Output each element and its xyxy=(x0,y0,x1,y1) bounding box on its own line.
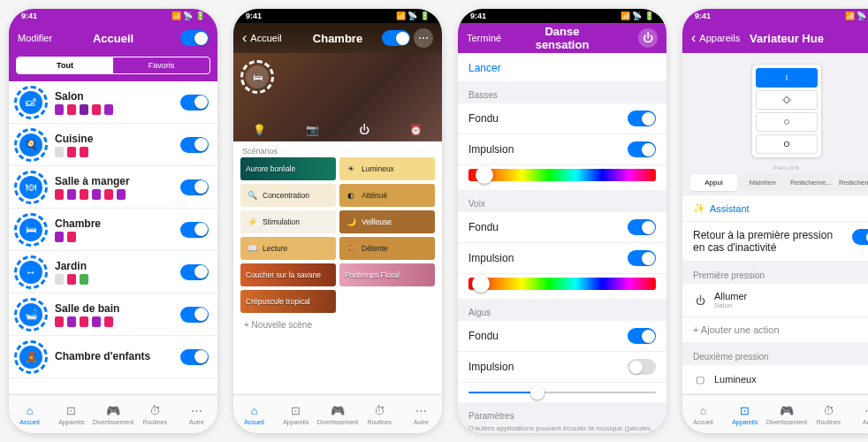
remote-off-button[interactable]: O xyxy=(756,134,818,154)
more-button[interactable]: ⋯ xyxy=(414,28,433,48)
fondu-toggle[interactable] xyxy=(628,110,656,126)
scene-tile[interactable]: ◐Atténué xyxy=(339,184,435,207)
remote-on-button[interactable]: I xyxy=(756,68,818,88)
impulsion-toggle[interactable] xyxy=(628,141,656,157)
page-title: Chambre xyxy=(295,32,380,45)
room-icon: 🛏 xyxy=(14,213,48,247)
tab-divertissement[interactable]: 🎮Divertissement xyxy=(316,395,358,433)
tab-routines[interactable]: ⏱Routines xyxy=(359,395,400,433)
back-button[interactable]: ‹Appareils xyxy=(691,30,744,46)
tab-appareils[interactable]: ⊡Appareils xyxy=(724,395,765,433)
moon-icon: 🌙 xyxy=(345,216,357,228)
inactivity-toggle[interactable] xyxy=(852,229,868,245)
room-toggle[interactable] xyxy=(180,179,209,195)
power-icon[interactable]: ⏻ xyxy=(359,124,369,136)
tab-relachement-1[interactable]: Relâcheme... xyxy=(788,174,834,191)
status-icons: 📶 📡 🔋 xyxy=(621,11,654,20)
room-toggle[interactable] xyxy=(180,307,209,323)
impulsion-toggle[interactable] xyxy=(628,250,656,266)
launch-button[interactable]: Lancer xyxy=(458,53,666,81)
home-icon: ⌂ xyxy=(697,403,711,417)
room-hero-image: 🛏 💡 📷 ⏻ ⏰ xyxy=(233,53,442,141)
home-icon: ⌂ xyxy=(247,403,262,417)
room-row[interactable]: 🍽 Salle à manger xyxy=(9,166,217,209)
tab-accueil[interactable]: ⌂Accueil xyxy=(682,395,724,433)
tab-appareils[interactable]: ⊡Appareils xyxy=(50,395,92,433)
remote-brighter-button[interactable] xyxy=(756,90,818,110)
room-toggle[interactable] xyxy=(180,264,209,280)
room-row[interactable]: 🧸 Chambre d'enfants xyxy=(9,336,217,378)
tab-appui[interactable]: Appui xyxy=(690,174,737,191)
tab-autre[interactable]: ⋯Autre xyxy=(400,395,442,433)
tab-divertissement[interactable]: 🎮Divertissement xyxy=(765,395,807,433)
new-scene-button[interactable]: + Nouvelle scène xyxy=(233,313,442,337)
power-button[interactable]: ⏻ xyxy=(638,28,658,48)
room-row[interactable]: 🛁 Salle de bain xyxy=(9,293,217,336)
color-slider[interactable] xyxy=(468,169,656,181)
power-icon: ⏻ xyxy=(693,293,707,308)
room-toggle[interactable] xyxy=(180,349,209,365)
scene-tile[interactable]: 🌙Veilleuse xyxy=(339,210,435,233)
room-icon: 🛋 xyxy=(14,86,48,119)
tab-autre[interactable]: ⋯Autre xyxy=(176,395,217,433)
tab-routines[interactable]: ⏱Routines xyxy=(808,395,849,433)
tab-maintien[interactable]: Maintien xyxy=(739,174,786,191)
segment-favorites[interactable]: Favoris xyxy=(113,57,209,73)
search-icon: 🔍 xyxy=(246,189,258,202)
fondu-toggle[interactable] xyxy=(628,328,656,344)
tab-relachement-2[interactable]: Relâcheme... xyxy=(836,174,868,191)
room-row[interactable]: 🍳 Cuisine xyxy=(9,124,217,166)
room-row[interactable]: 🛏 Chambre xyxy=(9,209,217,251)
bulb-icon[interactable]: 💡 xyxy=(253,124,266,136)
tab-autre[interactable]: ⋯Autre xyxy=(849,395,868,433)
master-toggle[interactable] xyxy=(180,30,209,46)
scene-tile[interactable]: 🪑Détente xyxy=(339,237,435,260)
segment-all[interactable]: Tout xyxy=(17,57,113,73)
value-slider[interactable] xyxy=(468,392,656,393)
tab-bar: ⌂Accueil ⊡Appareils 🎮Divertissement ⏱Rou… xyxy=(9,394,217,433)
modify-button[interactable]: Modifier xyxy=(18,33,52,43)
room-toggle[interactable] xyxy=(180,137,209,153)
impulsion-toggle[interactable] xyxy=(628,359,656,375)
section-first-press: Première pression xyxy=(682,262,868,284)
tab-bar: ⌂Accueil ⊡Appareils 🎮Divertissement ⏱Rou… xyxy=(233,394,442,433)
tab-accueil[interactable]: ⌂Accueil xyxy=(233,395,275,433)
toggle-row: Fondu xyxy=(458,212,666,243)
tab-accueil[interactable]: ⌂Accueil xyxy=(9,395,50,433)
room-row[interactable]: ↔ Jardin xyxy=(9,251,217,293)
add-action-button[interactable]: + Ajouter une action xyxy=(682,317,868,343)
scene-tile[interactable]: ⚡Stimulation xyxy=(240,210,336,233)
tab-routines[interactable]: ⏱Routines xyxy=(134,395,176,433)
camera-icon[interactable]: 📷 xyxy=(306,124,319,136)
press-mode-tabs: Appui Maintien Relâcheme... Relâcheme... xyxy=(689,174,868,191)
tab-divertissement[interactable]: 🎮Divertissement xyxy=(92,395,133,433)
room-toggle[interactable] xyxy=(180,222,209,238)
scene-tile[interactable]: Coucher sur la savane xyxy=(240,263,336,286)
action-row[interactable]: ▢ Lumineux › xyxy=(682,365,868,394)
action-row[interactable]: ⏻ AllumerSalon › xyxy=(682,284,868,317)
tab-appareils[interactable]: ⊡Appareils xyxy=(275,395,316,433)
color-slider[interactable] xyxy=(468,278,656,290)
room-name: Chambre d'enfants xyxy=(55,350,173,362)
done-button[interactable]: Terminé xyxy=(467,33,501,43)
section-aigus: Aigus xyxy=(458,299,666,321)
fondu-toggle[interactable] xyxy=(628,219,656,235)
scene-tile[interactable]: ☀Lumineux xyxy=(339,157,435,180)
room-toggle[interactable] xyxy=(180,95,209,110)
back-button[interactable]: ‹Accueil xyxy=(242,30,295,46)
scene-tile[interactable]: Crépuscule tropical xyxy=(240,290,336,313)
devices-icon: ⊡ xyxy=(738,403,752,417)
scenarios-label: Scénarios xyxy=(233,141,442,157)
header: Modifier Accueil xyxy=(9,23,217,53)
remote-dimmer-button[interactable] xyxy=(756,112,818,132)
routines-icon: ⏱ xyxy=(372,403,386,417)
segmented-control[interactable]: Tout Favoris xyxy=(16,57,210,74)
scene-tile[interactable]: 📖Lecture xyxy=(240,237,336,260)
assistant-row[interactable]: ✨Assistant xyxy=(682,194,868,222)
scene-tile[interactable]: Printemps Floral xyxy=(339,263,435,286)
alarm-icon[interactable]: ⏰ xyxy=(409,124,423,136)
scene-tile[interactable]: Aurore boréale xyxy=(240,157,336,180)
room-row[interactable]: 🛋 Salon xyxy=(9,81,217,124)
scene-tile[interactable]: 🔍Concentration xyxy=(240,184,336,207)
room-toggle[interactable] xyxy=(382,30,410,46)
